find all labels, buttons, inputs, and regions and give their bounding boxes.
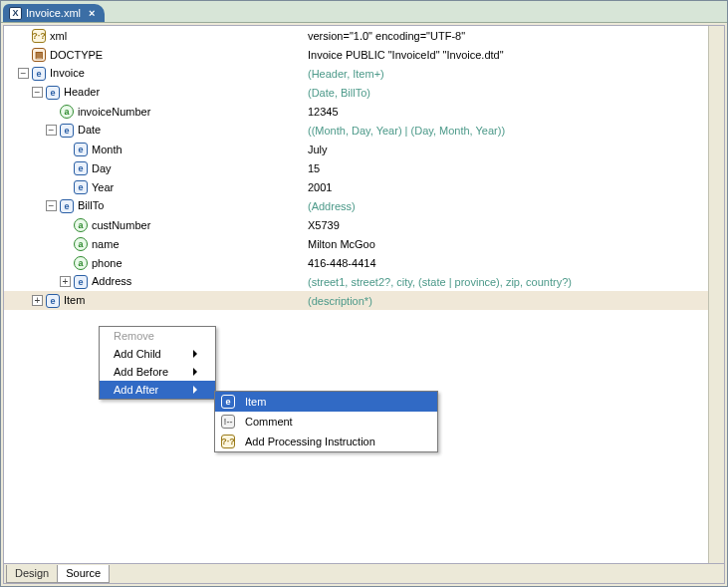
node-label: custNumber [92, 219, 150, 231]
node-value[interactable]: (street1, street2?, city, (state | provi… [308, 276, 572, 288]
node-value[interactable]: (Date, BillTo) [308, 87, 370, 99]
tree-row[interactable]: −eDate((Month, Day, Year) | (Day, Month,… [4, 121, 724, 140]
node-label: Header [64, 87, 100, 99]
menu-item-remove: Remove [100, 327, 215, 345]
submenu-item-comment[interactable]: !--Comment [215, 412, 437, 432]
menu-item-label: Remove [114, 330, 154, 342]
node-label: BillTo [78, 200, 104, 212]
menu-item-add-before[interactable]: Add Before [100, 363, 215, 381]
node-label: xml [50, 30, 67, 42]
element-icon: e [74, 275, 88, 289]
node-value[interactable]: (Address) [308, 200, 356, 212]
tree-row[interactable]: acustNumberX5739 [4, 215, 724, 234]
submenu-item-label: Comment [245, 416, 293, 428]
tree-row[interactable]: eMonthJuly [4, 140, 724, 158]
submenu-item-add-processing-instruction[interactable]: ?·?Add Processing Instruction [215, 432, 437, 451]
editor-content: ?·?xmlversion="1.0" encoding="UTF-8"▤DOC… [3, 25, 725, 584]
top-tab-bar: X Invoice.xml × [1, 1, 727, 23]
file-tab[interactable]: X Invoice.xml × [3, 4, 105, 22]
attribute-icon: a [74, 237, 88, 251]
element-icon: e [221, 395, 235, 409]
element-icon: e [46, 294, 60, 308]
attribute-icon: a [74, 218, 88, 232]
tree-row[interactable]: −eHeader(Date, BillTo) [4, 83, 724, 102]
node-value[interactable]: 15 [308, 162, 320, 174]
expand-toggle[interactable]: − [46, 125, 57, 136]
menu-item-label: Add After [114, 384, 158, 396]
submenu-item-item[interactable]: eItem [215, 392, 437, 412]
file-tab-title: Invoice.xml [26, 5, 81, 22]
element-icon: e [46, 86, 60, 100]
close-icon[interactable]: × [89, 5, 95, 22]
menu-item-add-after[interactable]: Add After [100, 381, 215, 399]
node-value[interactable]: version="1.0" encoding="UTF-8" [308, 30, 465, 42]
expand-toggle[interactable]: − [32, 87, 43, 98]
node-label: Date [78, 125, 101, 137]
node-value[interactable]: 12345 [308, 106, 339, 118]
node-value[interactable]: (description*) [308, 295, 372, 307]
tree-row[interactable]: anameMilton McGoo [4, 234, 724, 253]
tree-row[interactable]: −eBillTo(Address) [4, 196, 724, 215]
node-value[interactable]: X5739 [308, 219, 340, 231]
element-icon: e [74, 161, 88, 175]
xml-tree: ?·?xmlversion="1.0" encoding="UTF-8"▤DOC… [4, 26, 724, 310]
chevron-right-icon [193, 386, 197, 394]
editor-window: X Invoice.xml × ?·?xmlversion="1.0" enco… [0, 0, 728, 587]
element-icon: e [74, 180, 88, 194]
attribute-icon: a [74, 256, 88, 270]
node-value[interactable]: Milton McGoo [308, 238, 375, 250]
node-label: phone [92, 257, 122, 269]
tree-row[interactable]: ?·?xmlversion="1.0" encoding="UTF-8" [4, 26, 724, 45]
context-menu[interactable]: RemoveAdd ChildAdd BeforeAdd After [99, 326, 216, 400]
tab-design[interactable]: Design [6, 565, 58, 583]
tree-row[interactable]: eYear2001 [4, 177, 724, 196]
processing-instruction-icon: ?·? [221, 435, 235, 448]
expand-toggle[interactable]: − [46, 200, 57, 211]
xml-file-icon: X [9, 7, 22, 20]
tree-row[interactable]: +eItem(description*) [4, 291, 724, 310]
tree-row[interactable]: eDay15 [4, 158, 724, 177]
bottom-tab-bar: Design Source [4, 563, 724, 583]
tree-row[interactable]: −eInvoice(Header, Item+) [4, 64, 724, 83]
expand-toggle[interactable]: + [60, 276, 71, 287]
tree-row[interactable]: +eAddress(street1, street2?, city, (stat… [4, 272, 724, 291]
node-label: invoiceNumber [78, 106, 150, 118]
expand-toggle[interactable]: − [18, 68, 29, 79]
node-label: name [92, 238, 120, 250]
node-label: Item [64, 295, 85, 307]
element-icon: e [74, 143, 88, 156]
expand-toggle[interactable]: + [32, 295, 43, 306]
node-value[interactable]: 416-448-4414 [308, 257, 376, 269]
node-value[interactable]: 2001 [308, 181, 332, 193]
tree-area: ?·?xmlversion="1.0" encoding="UTF-8"▤DOC… [4, 26, 724, 563]
menu-item-label: Add Before [114, 366, 168, 378]
element-icon: e [60, 124, 74, 138]
element-icon: e [60, 199, 74, 213]
tree-row[interactable]: ▤DOCTYPEInvoice PUBLIC "InvoiceId" "Invo… [4, 45, 724, 64]
node-value[interactable]: July [308, 144, 328, 155]
node-label: DOCTYPE [50, 49, 103, 61]
chevron-right-icon [193, 368, 197, 376]
submenu-item-label: Add Processing Instruction [245, 436, 375, 447]
node-label: Address [92, 276, 131, 288]
context-submenu[interactable]: eItem!--Comment?·?Add Processing Instruc… [214, 391, 438, 452]
node-value[interactable]: (Header, Item+) [308, 68, 384, 80]
node-label: Month [92, 144, 122, 155]
menu-item-add-child[interactable]: Add Child [100, 345, 215, 363]
doctype-icon: ▤ [32, 48, 46, 62]
processing-instruction-icon: ?·? [32, 29, 46, 43]
node-value[interactable]: Invoice PUBLIC "InvoiceId" "Invoice.dtd" [308, 49, 504, 61]
attribute-icon: a [60, 105, 74, 119]
node-label: Year [92, 181, 114, 193]
node-value[interactable]: ((Month, Day, Year) | (Day, Month, Year)… [308, 125, 505, 137]
menu-item-label: Add Child [114, 348, 161, 360]
comment-icon: !-- [221, 415, 235, 429]
node-label: Day [92, 162, 112, 174]
vertical-scrollbar[interactable] [708, 26, 724, 563]
tab-source[interactable]: Source [57, 565, 110, 583]
node-label: Invoice [50, 68, 85, 80]
element-icon: e [32, 67, 46, 81]
tree-row[interactable]: ainvoiceNumber12345 [4, 102, 724, 121]
tree-row[interactable]: aphone416-448-4414 [4, 253, 724, 272]
submenu-item-label: Item [245, 396, 266, 408]
